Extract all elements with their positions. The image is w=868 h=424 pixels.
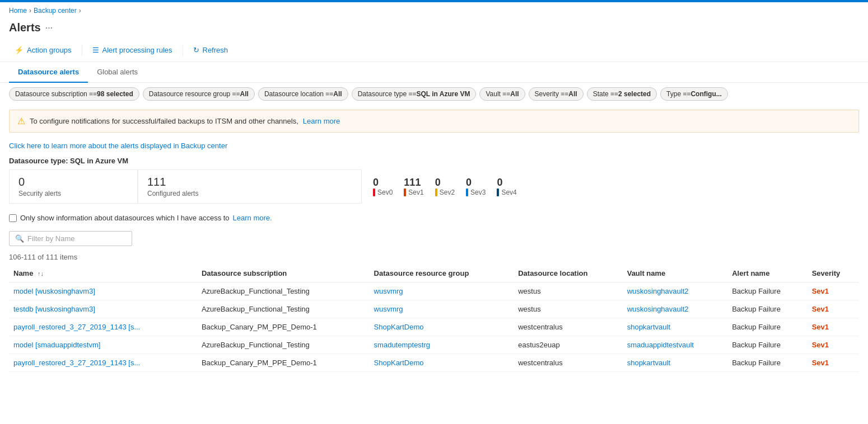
configured-alerts-box: 111 Configured alerts [138,169,362,204]
cell-vault-1[interactable]: wuskosinghavault2 [623,300,728,318]
filter-type-text: Datasource type == [358,90,417,98]
filter-vault-value: All [510,90,519,98]
cell-rg-2[interactable]: ShopKartDemo [370,318,514,336]
table-body: model [wuskosinghavm3] AzureBackup_Funct… [9,282,859,372]
sev2-dot [435,189,437,196]
col-name: Name ↑↓ [9,265,197,282]
filter-type[interactable]: Type == Configu... [660,87,728,101]
datasource-type-label: Datasource type: SQL in Azure VM [0,154,868,169]
cell-rg-4[interactable]: ShopKartDemo [370,354,514,372]
table-row: payroll_restored_3_27_2019_1143 [s... Ba… [9,318,859,336]
cell-alert-2: Backup Failure [727,318,807,336]
filter-input-box: 🔍 [9,231,132,246]
security-alerts-box: 0 Security alerts [9,169,138,204]
warning-icon: ⚠ [17,116,25,126]
col-vault-name: Vault name [623,265,728,282]
filter-loc-value: All [333,90,342,98]
cell-name-0[interactable]: model [wuskosinghavm3] [9,282,197,300]
configured-count: 111 [147,176,352,189]
toolbar-divider-1 [82,45,82,56]
refresh-label: Refresh [203,46,228,54]
tab-datasource-alerts[interactable]: Datasource alerts [9,62,88,83]
search-icon: 🔍 [15,234,24,243]
cell-rg-1[interactable]: wusvmrg [370,300,514,318]
sev0-dot [373,189,375,196]
cell-name-4[interactable]: payroll_restored_3_27_2019_1143 [s... [9,354,197,372]
toolbar: ⚡ Action groups ☰ Alert processing rules… [0,39,868,62]
table-row: model [wuskosinghavm3] AzureBackup_Funct… [9,282,859,300]
col-severity: Severity [808,265,859,282]
table-row: payroll_restored_3_27_2019_1143 [s... Ba… [9,354,859,372]
filter-name-input[interactable] [27,234,126,243]
cell-subscription-3: AzureBackup_Functional_Testing [197,336,370,354]
cell-vault-0[interactable]: wuskosinghavault2 [623,282,728,300]
sort-icon-name[interactable]: ↑↓ [38,270,44,277]
sev1-dot [404,189,406,196]
filter-vault-text: Vault == [486,90,510,98]
cell-rg-3[interactable]: smadutemptestrg [370,336,514,354]
filter-subscription[interactable]: Datasource subscription == 98 selected [9,87,139,101]
cell-alert-3: Backup Failure [727,336,807,354]
filter-sev-text: Severity == [535,90,569,98]
checkbox-row: Only show information about datasources … [0,210,868,229]
alert-processing-rules-icon: ☰ [92,46,99,54]
action-groups-button[interactable]: ⚡ Action groups [9,43,77,57]
sev2-stat: 0 Sev2 [435,177,455,196]
table-wrap: Name ↑↓ Datasource subscription Datasour… [0,265,868,372]
table-row: testdb [wuskosinghavm3] AzureBackup_Func… [9,300,859,318]
severity-stats: 0 Sev0 111 Sev1 0 Sev2 0 Sev3 0 S [362,169,517,204]
col-alert-name: Alert name [727,265,807,282]
cell-name-1[interactable]: testdb [wuskosinghavm3] [9,300,197,318]
cell-alert-0: Backup Failure [727,282,807,300]
breadcrumb-home[interactable]: Home [9,7,27,15]
col-name-label: Name [13,269,33,277]
alert-processing-rules-button[interactable]: ☰ Alert processing rules [87,43,178,57]
sev4-label: Sev4 [497,189,516,196]
filter-resource-group[interactable]: Datasource resource group == All [143,87,255,101]
refresh-button[interactable]: ↻ Refresh [188,43,234,57]
cell-alert-1: Backup Failure [727,300,807,318]
filter-vault[interactable]: Vault == All [479,87,525,101]
cell-location-4: westcentralus [514,354,622,372]
cell-location-0: westus [514,282,622,300]
cell-name-2[interactable]: payroll_restored_3_27_2019_1143 [s... [9,318,197,336]
cell-rg-0[interactable]: wusvmrg [370,282,514,300]
cell-name-3[interactable]: model [smaduappidtestvm] [9,336,197,354]
filters-bar: Datasource subscription == 98 selected D… [0,83,868,105]
tab-global-alerts[interactable]: Global alerts [88,62,147,83]
cell-location-2: westcentralus [514,318,622,336]
cell-location-1: westus [514,300,622,318]
sev0-stat: 0 Sev0 [373,177,393,196]
access-checkbox[interactable] [9,214,17,222]
configured-label: Configured alerts [147,190,352,197]
checkbox-learn-more-link[interactable]: Learn more. [233,214,272,222]
sev3-count: 0 [466,177,472,189]
cell-vault-2[interactable]: shopkartvault [623,318,728,336]
cell-severity-2: Sev1 [808,318,859,336]
filter-state-value: 2 selected [618,90,651,98]
sev3-stat: 0 Sev3 [466,177,486,196]
filter-datasource-type[interactable]: Datasource type == SQL in Azure VM [352,87,477,101]
filter-location[interactable]: Datasource location == All [258,87,348,101]
sev4-count: 0 [497,177,502,189]
filter-severity[interactable]: Severity == All [529,87,584,101]
action-groups-label: Action groups [27,46,72,54]
breadcrumb-backup-center[interactable]: Backup center [34,7,77,15]
security-label: Security alerts [18,190,128,197]
refresh-icon: ↻ [193,46,199,54]
cell-subscription-4: Backup_Canary_PM_PPE_Demo-1 [197,354,370,372]
cell-vault-4[interactable]: shopkartvault [623,354,728,372]
filter-type-value: SQL in Azure VM [416,90,470,98]
filter-rg-value: All [240,90,249,98]
info-link[interactable]: Click here to learn more about the alert… [9,142,227,150]
cell-severity-1: Sev1 [808,300,859,318]
cell-location-3: eastus2euap [514,336,622,354]
page-menu-icon[interactable]: ··· [45,23,53,33]
breadcrumb-sep-1: › [29,7,31,15]
filter-state[interactable]: State == 2 selected [587,87,657,101]
warning-learn-more-link[interactable]: Learn more [303,117,340,125]
sev2-count: 0 [435,177,441,189]
breadcrumb: Home › Backup center › [0,2,868,19]
cell-vault-3[interactable]: smaduappidtestvault [623,336,728,354]
sev4-stat: 0 Sev4 [497,177,516,196]
